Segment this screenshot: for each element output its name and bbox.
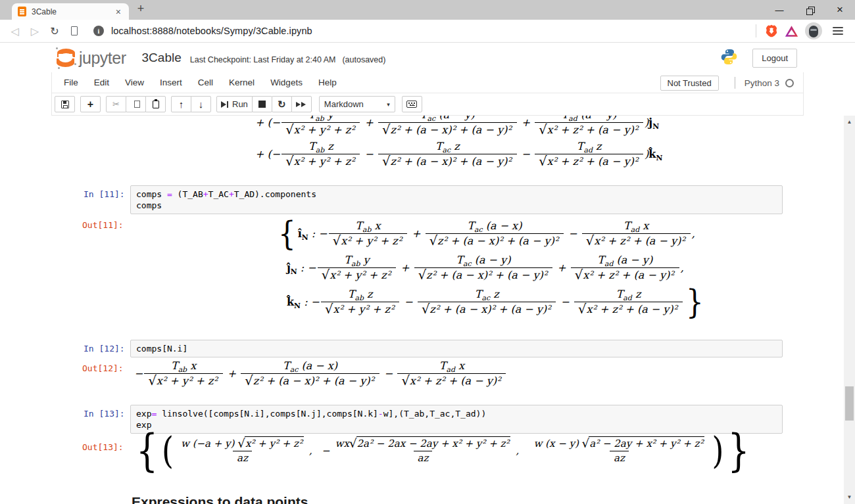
scrollbar[interactable]: ▲ ▼ (844, 116, 855, 504)
cell-type-dropdown[interactable]: Markdown ▾ (319, 96, 395, 112)
url-text: localhost:8888/notebooks/Sympy/3Cable.ip… (111, 26, 312, 36)
math-line: ĵN : −Tab y√x² + y² + z² + Tac (a − y)√z… (276, 253, 706, 283)
scroll-up-icon[interactable]: ▲ (844, 118, 855, 127)
menu-edit[interactable]: Edit (86, 74, 117, 91)
kernel-status-icon (785, 79, 794, 87)
math-line: k̂N : −Tab z√x² + y² + z² − Tac z√z² + (… (276, 287, 706, 317)
keyboard-icon (406, 101, 417, 108)
paste-cell-button[interactable] (145, 96, 166, 112)
restart-run-all-button[interactable] (291, 96, 312, 112)
url-field[interactable]: i localhost:8888/notebooks/Sympy/3Cable.… (93, 26, 750, 36)
jupyter-logo[interactable]: jupyter (55, 47, 126, 69)
copy-cell-button[interactable] (126, 96, 146, 112)
triangle-extension-icon[interactable] (781, 22, 801, 40)
menu-widgets[interactable]: Widgets (262, 74, 310, 91)
new-tab-button[interactable]: + (133, 2, 149, 16)
out12-math: −Tab x√x² + y² + z² + Tac (a − x)√z² + (… (134, 359, 507, 388)
scroll-down-icon[interactable]: ▼ (844, 493, 855, 502)
chevron-down-icon: ▾ (387, 101, 390, 108)
interrupt-kernel-button[interactable] (252, 96, 272, 112)
out11-math: {îN : −Tab x√x² + y² + z² + Tac (a − x)√… (276, 219, 706, 321)
bookmark-icon[interactable] (71, 26, 78, 35)
menu-file[interactable]: File (56, 74, 86, 91)
cell-type-value: Markdown (324, 99, 364, 109)
save-icon (61, 101, 69, 108)
run-label: Run (232, 99, 248, 109)
menu-help[interactable]: Help (310, 74, 345, 91)
in11-prompt: In [11]: (84, 189, 125, 199)
move-cell-up-button[interactable]: ↑ (171, 96, 191, 112)
copy-icon (134, 101, 140, 108)
autosave-status: (autosaved) (342, 51, 385, 64)
toolbar: + ✂ ↑ ↓ Run ↻ Markdown ▾ (52, 93, 803, 115)
window-restore-button[interactable] (794, 0, 825, 20)
arrow-down-icon: ↓ (199, 99, 204, 110)
menu-cell[interactable]: Cell (190, 74, 221, 91)
math-line: −Tab x√x² + y² + z² + Tac (a − x)√z² + (… (134, 359, 507, 388)
in12-prompt: In [12]: (84, 344, 125, 354)
in13-code-cell[interactable]: exp= linsolve([comps[N.i],comps[N.j],com… (130, 405, 783, 434)
kernel-name: Python 3 (745, 78, 779, 88)
browser-tab[interactable]: 3Cable × (12, 3, 129, 20)
cut-cell-button[interactable]: ✂ (106, 96, 126, 112)
browser-menu-icon[interactable] (833, 27, 843, 35)
move-cell-down-button[interactable]: ↓ (191, 96, 211, 112)
tab-title: 3Cable (32, 7, 114, 16)
in13-prompt: In [13]: (84, 409, 125, 419)
restore-icon (806, 7, 814, 14)
profile-avatar[interactable] (805, 22, 822, 39)
save-button[interactable] (55, 96, 75, 112)
refresh-icon: ↻ (278, 99, 286, 110)
math-line: {(w (−a + y) √x² + y² + z²az, −wx√2a² − … (134, 436, 752, 467)
not-trusted-badge[interactable]: Not Trusted (660, 76, 719, 91)
tab-close-icon[interactable]: × (114, 7, 123, 17)
back-icon[interactable]: ◁ (5, 25, 25, 37)
previous-output-math: + (−Tab y√x² + y² + z² + Tac (a − y)√z² … (255, 116, 662, 170)
window-minimize-button[interactable]: — (764, 0, 794, 20)
command-palette-button[interactable] (402, 96, 422, 112)
math-line: + (−Tab z√x² + y² + z² − Tac z√z² + (a −… (255, 138, 662, 170)
run-cell-button[interactable]: Run (216, 96, 253, 112)
run-icon (221, 101, 226, 108)
notebook-header-container: File Edit View Insert Cell Kernel Widget… (51, 72, 804, 116)
browser-url-row: ◁ ▷ ↻ i localhost:8888/notebooks/Sympy/3… (0, 20, 855, 43)
in11-code-cell[interactable]: comps = (T_AB+T_AC+T_AD).componentscomps (130, 185, 783, 214)
jupyter-logo-text: jupyter (79, 49, 126, 68)
site-info-icon[interactable]: i (93, 26, 104, 36)
menu-view[interactable]: View (117, 74, 152, 91)
checkpoint-status: Last Checkpoint: Last Friday at 2:40 AM (190, 51, 336, 64)
out13-prompt: Out[13]: (82, 442, 124, 452)
jupyter-header: jupyter 3Cable Last Checkpoint: Last Fri… (0, 43, 855, 72)
python-logo-icon (720, 48, 738, 68)
notebook-area: + (−Tab y√x² + y² + z² + Tac (a − y)√z² … (0, 116, 844, 504)
math-line: {îN : −Tab x√x² + y² + z² + Tac (a − x)√… (276, 219, 706, 248)
forward-icon[interactable]: ▷ (25, 25, 45, 37)
out12-prompt: Out[12]: (82, 363, 124, 373)
menu-kernel[interactable]: Kernel (221, 74, 262, 91)
kernel-divider (735, 77, 735, 89)
reload-icon[interactable]: ↻ (45, 25, 64, 37)
scrollbar-thumb[interactable] (845, 386, 854, 421)
restart-kernel-button[interactable]: ↻ (272, 96, 292, 112)
logout-button[interactable]: Logout (752, 49, 797, 68)
plus-icon: + (87, 99, 93, 110)
paste-icon (153, 101, 159, 108)
menu-bar: File Edit View Insert Cell Kernel Widget… (52, 72, 803, 93)
add-cell-button[interactable]: + (80, 96, 101, 112)
brave-shield-icon[interactable] (762, 22, 781, 40)
notebook-title[interactable]: 3Cable (142, 51, 182, 65)
fast-forward-icon (296, 102, 306, 107)
math-line: + (−Tab y√x² + y² + z² + Tac (a − y)√z² … (255, 116, 662, 138)
out11-prompt: Out[11]: (82, 220, 124, 230)
menu-insert[interactable]: Insert (152, 74, 190, 91)
stop-icon (258, 101, 266, 108)
toolbar-divider (756, 24, 756, 37)
in12-code-cell[interactable]: comps[N.i] (130, 340, 783, 357)
browser-titlebar: 3Cable × + — × (0, 0, 855, 20)
arrow-up-icon: ↑ (179, 99, 184, 110)
markdown-heading: Expressions to data points (132, 494, 308, 504)
window-close-button[interactable]: × (825, 0, 855, 20)
notebook-favicon-icon (18, 7, 26, 16)
out13-math: {(w (−a + y) √x² + y² + z²az, −wx√2a² − … (134, 436, 752, 467)
jupyter-logo-icon (55, 47, 76, 69)
